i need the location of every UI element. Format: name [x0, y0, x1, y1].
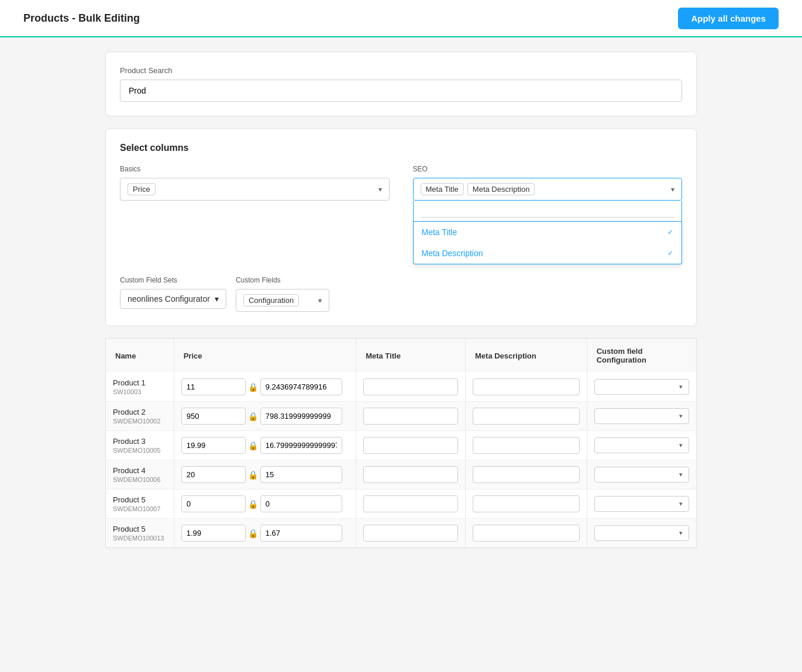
config-select-4[interactable]: ▾ [594, 496, 689, 512]
columns-grid: Basics Price ▾ SEO Meta Title Meta Descr… [120, 165, 682, 264]
apply-changes-button[interactable]: Apply all changes [678, 8, 779, 29]
meta-title-input-0[interactable] [363, 378, 458, 395]
meta-desc-input-4[interactable] [473, 495, 580, 512]
lock-icon-4[interactable]: 🔒 [248, 499, 258, 509]
search-input[interactable] [120, 80, 682, 102]
seo-tag-meta-desc: Meta Description [467, 183, 535, 195]
seo-dropdown-container: Meta Title Meta Description ▾ Meta Title… [413, 178, 683, 264]
cell-config-4: ▾ [587, 490, 696, 519]
meta-desc-input-1[interactable] [473, 408, 580, 425]
table-row: Product 1 SW10003 🔒 ▾ [106, 373, 696, 402]
meta-desc-input-0[interactable] [473, 378, 580, 395]
meta-desc-input-2[interactable] [473, 437, 580, 454]
product-name-5: Product 5 [113, 525, 167, 533]
cell-meta-desc-0 [466, 373, 587, 402]
cell-config-0: ▾ [587, 373, 696, 402]
seo-option-meta-description[interactable]: Meta Description ✓ [414, 243, 682, 264]
cell-meta-desc-1 [466, 402, 587, 431]
config-chevron-icon-0: ▾ [679, 383, 683, 391]
lock-icon-3[interactable]: 🔒 [248, 470, 258, 480]
basics-column: Basics Price ▾ [120, 165, 390, 264]
product-sku-5: SWDEMO100013 [113, 535, 167, 542]
meta-title-input-3[interactable] [363, 466, 458, 483]
seo-tag-meta-title: Meta Title [421, 183, 464, 195]
cell-config-2: ▾ [587, 431, 696, 460]
custom-fields-col: Custom Fields Configuration ▾ [236, 276, 329, 312]
table-row: Product 5 SWDEMO10007 🔒 ▾ [106, 490, 696, 519]
lock-icon-0[interactable]: 🔒 [248, 382, 258, 392]
table-row: Product 4 SWDEMO10006 🔒 ▾ [106, 460, 696, 490]
cell-meta-title-1 [356, 402, 466, 431]
config-select-2[interactable]: ▾ [594, 437, 689, 453]
custom-fields-select[interactable]: Configuration ▾ [236, 289, 329, 312]
seo-search-input[interactable] [421, 205, 675, 218]
col-header-meta-desc: Meta Description [466, 339, 587, 373]
products-table: Name Price Meta Title Meta Description C… [106, 339, 696, 547]
config-chevron-icon-3: ▾ [679, 471, 683, 478]
meta-title-input-2[interactable] [363, 437, 458, 454]
cell-config-5: ▾ [587, 519, 696, 548]
price-input-2-1[interactable] [260, 408, 342, 425]
products-table-container: Name Price Meta Title Meta Description C… [105, 338, 697, 548]
meta-desc-input-5[interactable] [473, 525, 580, 542]
config-select-1[interactable]: ▾ [594, 408, 689, 424]
price-input-1-5[interactable] [181, 525, 246, 542]
product-search-card: Product Search [105, 51, 697, 116]
product-name-0: Product 1 [113, 378, 167, 387]
price-input-2-4[interactable] [260, 495, 342, 512]
table-row: Product 2 SWDEMO10002 🔒 ▾ [106, 402, 696, 431]
price-cell-4: 🔒 [181, 495, 349, 512]
col-header-price: Price [174, 339, 356, 373]
basics-select[interactable]: Price ▾ [120, 178, 390, 201]
select-columns-title: Select columns [120, 143, 682, 153]
custom-field-sets-select[interactable]: neonlines Configurator ▾ [120, 289, 226, 309]
seo-chevron-icon: ▾ [671, 185, 674, 194]
config-select-3[interactable]: ▾ [594, 467, 689, 483]
lock-icon-2[interactable]: 🔒 [248, 441, 258, 450]
custom-field-sets-value: neonlines Configurator [128, 294, 210, 304]
col-header-name: Name [106, 339, 174, 373]
price-input-2-5[interactable] [260, 525, 342, 542]
lock-icon-1[interactable]: 🔒 [248, 412, 258, 421]
price-input-1-1[interactable] [181, 408, 246, 425]
cell-meta-desc-5 [466, 519, 587, 548]
product-name-1: Product 2 [113, 408, 167, 416]
main-content: Product Search Select columns Basics Pri… [0, 37, 802, 562]
cell-name-4: Product 5 SWDEMO10007 [106, 490, 174, 519]
price-input-2-3[interactable] [260, 466, 342, 483]
meta-title-input-4[interactable] [363, 495, 458, 512]
check-icon-meta-desc: ✓ [667, 249, 673, 257]
cell-price-1: 🔒 [174, 402, 356, 431]
config-select-0[interactable]: ▾ [594, 379, 689, 395]
page-title: Products - Bulk Editing [23, 12, 140, 25]
cell-price-5: 🔒 [174, 519, 356, 548]
price-cell-5: 🔒 [181, 525, 349, 542]
seo-select[interactable]: Meta Title Meta Description ▾ [413, 178, 683, 201]
cell-meta-title-5 [356, 519, 466, 548]
price-input-1-2[interactable] [181, 437, 246, 454]
price-input-1-4[interactable] [181, 495, 246, 512]
price-input-2-0[interactable] [260, 378, 342, 395]
custom-field-sets-col: Custom Field Sets neonlines Configurator… [120, 276, 226, 309]
cell-name-1: Product 2 SWDEMO10002 [106, 402, 174, 431]
lock-icon-5[interactable]: 🔒 [248, 529, 258, 538]
custom-fields-row: Custom Field Sets neonlines Configurator… [120, 276, 682, 312]
product-sku-3: SWDEMO10006 [113, 476, 167, 483]
price-input-2-2[interactable] [260, 437, 342, 454]
cell-price-0: 🔒 [174, 373, 356, 402]
seo-dropdown-menu: Meta Title ✓ Meta Description ✓ [413, 222, 683, 264]
meta-desc-input-3[interactable] [473, 466, 580, 483]
price-input-1-3[interactable] [181, 466, 246, 483]
price-input-1-0[interactable] [181, 378, 246, 395]
basics-label: Basics [120, 165, 390, 173]
product-name-2: Product 3 [113, 437, 167, 446]
product-name-4: Product 5 [113, 495, 167, 504]
check-icon-meta-title: ✓ [667, 228, 673, 236]
meta-title-input-1[interactable] [363, 408, 458, 425]
cell-meta-title-3 [356, 460, 466, 490]
cell-config-1: ▾ [587, 402, 696, 431]
meta-title-input-5[interactable] [363, 525, 458, 542]
seo-option-meta-title[interactable]: Meta Title ✓ [414, 222, 682, 243]
custom-field-sets-label: Custom Field Sets [120, 276, 226, 284]
config-select-5[interactable]: ▾ [594, 525, 689, 541]
